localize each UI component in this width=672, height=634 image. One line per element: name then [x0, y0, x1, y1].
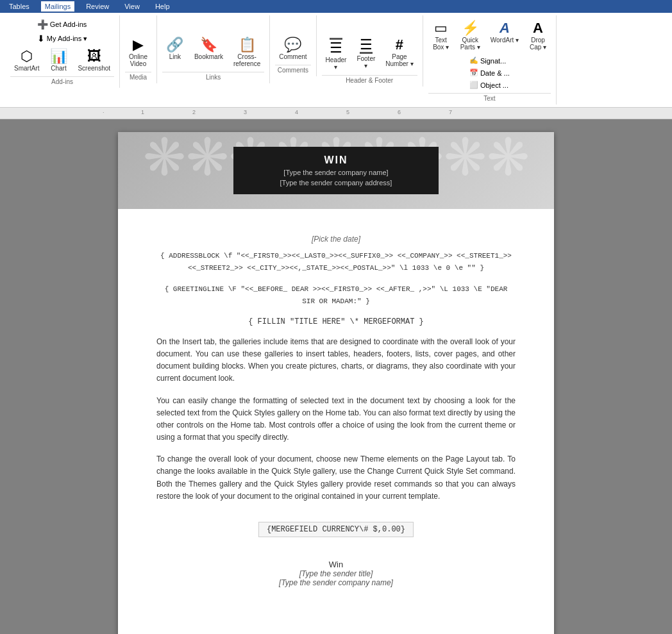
object-label: Object ... — [480, 81, 508, 89]
letterhead-box: WIN [Type the sender company name] [Type… — [233, 147, 439, 194]
document-area: ❋❋❋❋❋❋❋❋❋ WIN [Type the sender company n… — [0, 119, 672, 634]
link-button[interactable]: 🔗 Link — [162, 36, 188, 62]
date-time-icon: 📅 — [469, 69, 478, 77]
cross-ref-label: Cross-reference — [233, 53, 260, 67]
page-number-button[interactable]: # PageNumber ▾ — [382, 36, 417, 69]
get-add-ins-button[interactable]: ➕ Get Add-ins — [35, 18, 90, 31]
currency-wrapper: {MERGEFIELD CURRENCY\# $,0.00} — [156, 512, 516, 547]
group-header-footer: ☰ Header▾ ☰ Footer▾ # PageNumber ▾ Heade… — [317, 15, 423, 87]
tab-review[interactable]: Review — [82, 1, 113, 12]
company-name-line1: [Type the sender company name] — [253, 169, 419, 176]
chart-button[interactable]: 📊 Chart — [46, 47, 71, 74]
cross-reference-button[interactable]: 📋 Cross-reference — [230, 36, 264, 69]
header-label: Header▾ — [326, 56, 347, 71]
company-name-line2: [Type the sender company address] — [253, 179, 419, 187]
screenshot-label: Screenshot — [78, 65, 110, 72]
group-links: 🔗 Link 🔖 Bookmark 📋 Cross-reference Link… — [157, 15, 270, 83]
tab-tables[interactable]: Tables — [5, 1, 33, 12]
group-add-ins: ➕ Get Add-ins ⬇ My Add-ins ▾ ⬡ SmartArt … — [5, 15, 120, 88]
add-icon: ➕ — [37, 19, 48, 29]
ruler-mark-5: 5 — [346, 109, 349, 115]
ruler-mark-6: 6 — [398, 109, 401, 115]
chart-label: Chart — [51, 65, 66, 72]
ruler-mark-7: 7 — [449, 109, 452, 115]
word-art-label: WordArt ▾ — [491, 37, 519, 44]
footer-button[interactable]: ☰ Footer▾ — [353, 36, 379, 71]
date-time-label: Date & ... — [480, 69, 510, 77]
date-field[interactable]: [Pick the date] — [156, 235, 516, 244]
word-art-icon: A — [500, 21, 510, 35]
ribbon-tabs: Tables Mailings Review View Help — [5, 1, 174, 12]
signature-block: Win [Type the sender title] [Type the se… — [156, 560, 516, 587]
cross-ref-icon: 📋 — [239, 38, 256, 52]
header-footer-group-label: Header & Footer — [322, 75, 417, 84]
address-block: { ADDRESSBLOCK \f "<<_FIRST0_>><<_LAST0_… — [156, 250, 516, 274]
header-icon: ☰ — [330, 38, 342, 55]
drop-cap-label: DropCap ▾ — [530, 37, 546, 51]
body-paragraph-2: You can easily change the formatting of … — [156, 395, 516, 444]
bookmark-label: Bookmark — [194, 53, 223, 60]
ruler-mark-1: 1 — [141, 109, 144, 115]
text-box-button[interactable]: ▭ TextBox ▾ — [428, 19, 454, 53]
ruler: · 1 2 3 4 5 6 7 — [0, 108, 672, 119]
signature-title: [Type the sender title] — [156, 569, 516, 578]
add-ins-group-label: Add-ins — [10, 76, 114, 85]
bookmark-icon: 🔖 — [200, 38, 217, 52]
date-time-button[interactable]: 📅 Date & ... — [467, 67, 512, 78]
get-add-ins-label: Get Add-ins — [50, 21, 87, 28]
ruler-mark-0: · — [103, 109, 105, 115]
quick-parts-icon: ⚡ — [462, 21, 479, 35]
my-add-ins-label: My Add-ins ▾ — [47, 35, 87, 43]
quick-parts-label: QuickParts ▾ — [460, 37, 480, 51]
online-video-button[interactable]: ▶ OnlineVideo — [125, 36, 151, 69]
object-button[interactable]: ⬜ Object ... — [467, 79, 512, 90]
text-group-label: Text — [428, 93, 551, 102]
text-box-icon: ▭ — [434, 21, 448, 35]
signature-company: [Type the sender company name] — [156, 578, 516, 587]
tab-view[interactable]: View — [121, 1, 144, 12]
document-page[interactable]: ❋❋❋❋❋❋❋❋❋ WIN [Type the sender company n… — [118, 132, 554, 634]
ruler-mark-3: 3 — [244, 109, 247, 115]
word-art-button[interactable]: A WordArt ▾ — [487, 19, 523, 46]
ruler-mark-4: 4 — [295, 109, 298, 115]
header-button[interactable]: ☰ Header▾ — [322, 36, 351, 72]
company-name: WIN — [253, 154, 419, 166]
fillin-block: { FILLIN "TITLE HERE" \* MERGEFORMAT } — [156, 317, 516, 326]
currency-field: {MERGEFIELD CURRENCY\# $,0.00} — [258, 522, 414, 537]
text-box-label: TextBox ▾ — [433, 37, 449, 51]
drop-cap-button[interactable]: A DropCap ▾ — [525, 19, 551, 53]
tab-mailings[interactable]: Mailings — [41, 1, 74, 12]
group-media: ▶ OnlineVideo Media — [120, 15, 157, 83]
links-group-label: Links — [162, 72, 264, 81]
my-add-ins-button[interactable]: ⬇ My Add-ins ▾ — [35, 32, 90, 45]
ruler-mark-2: 2 — [192, 109, 196, 115]
quick-parts-button[interactable]: ⚡ QuickParts ▾ — [457, 19, 484, 53]
bookmark-button[interactable]: 🔖 Bookmark — [190, 36, 227, 62]
smart-art-icon: ⬡ — [21, 49, 33, 63]
footer-icon: ☰ — [360, 38, 373, 54]
group-text: ▭ TextBox ▾ ⚡ QuickParts ▾ A WordArt ▾ A… — [423, 15, 557, 104]
comments-group-label: Comments — [275, 65, 310, 74]
screenshot-icon: 🖼 — [87, 49, 101, 63]
greeting-line: { GREETINGLINE \F "<<_BEFORE_ DEAR >><<_… — [156, 283, 516, 307]
body-paragraph-1: On the Insert tab, the galleries include… — [156, 336, 516, 385]
drop-cap-icon: A — [533, 21, 543, 35]
signature-button[interactable]: ✍ Signat... — [467, 55, 512, 66]
page-content: [Pick the date] { ADDRESSBLOCK \f "<<_FI… — [118, 209, 554, 600]
signature-name: Win — [156, 560, 516, 569]
smart-art-label: SmartArt — [14, 65, 39, 72]
media-group-label: Media — [125, 72, 151, 81]
link-icon: 🔗 — [166, 38, 183, 52]
ribbon-bar: Tables Mailings Review View Help — [0, 0, 672, 13]
signature-label: Signat... — [480, 57, 506, 65]
comment-button[interactable]: 💬 Comment — [275, 36, 310, 62]
online-video-icon: ▶ — [133, 38, 144, 52]
page-number-label: PageNumber ▾ — [385, 53, 413, 67]
tab-help[interactable]: Help — [151, 1, 174, 12]
body-paragraph-3: To change the overall look of your docum… — [156, 453, 516, 503]
chart-icon: 📊 — [50, 49, 67, 63]
screenshot-button[interactable]: 🖼 Screenshot — [74, 47, 114, 74]
toolbar: ➕ Get Add-ins ⬇ My Add-ins ▾ ⬡ SmartArt … — [0, 13, 672, 108]
footer-label: Footer▾ — [357, 55, 375, 69]
smart-art-button[interactable]: ⬡ SmartArt — [10, 47, 43, 74]
